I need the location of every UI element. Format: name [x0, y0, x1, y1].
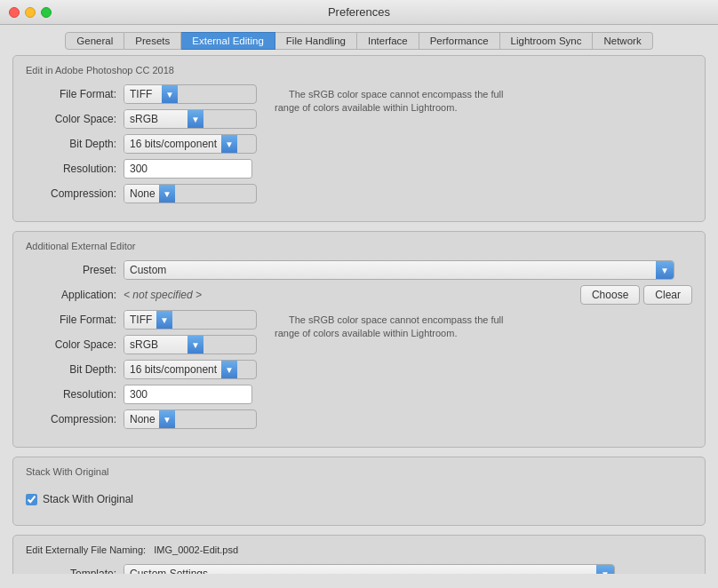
ps-color-space-arrow-icon: ▼: [187, 110, 203, 128]
maximize-button[interactable]: [41, 7, 52, 18]
ext-color-space-arrow-icon: ▼: [187, 336, 203, 354]
ps-bit-depth-arrow-icon: ▼: [221, 135, 237, 153]
ps-resolution-row: Resolution: 300: [26, 159, 257, 179]
ext-bit-depth-select[interactable]: 16 bits/component 8 bits/component: [124, 361, 221, 378]
tab-interface[interactable]: Interface: [357, 32, 419, 50]
file-naming-title-text: Edit Externally File Naming:: [26, 544, 146, 555]
ps-bit-depth-select[interactable]: 16 bits/component 8 bits/component: [124, 135, 221, 153]
content-area: Edit in Adobe Photoshop CC 2018 File For…: [0, 55, 718, 574]
stack-section-title: Stack With Original: [26, 466, 692, 477]
tab-file-handling[interactable]: File Handling: [275, 32, 357, 50]
ext-bit-depth-row: Bit Depth: 16 bits/component 8 bits/comp…: [26, 360, 257, 379]
choose-button[interactable]: Choose: [580, 285, 640, 305]
ps-compression-select-wrapper[interactable]: None LZW ZIP ▼: [124, 184, 257, 203]
ext-bit-depth-label: Bit Depth:: [26, 363, 124, 376]
ext-compression-label: Compression:: [26, 413, 124, 425]
ps-resolution-input[interactable]: 300: [124, 159, 252, 179]
ext-compression-select-wrapper[interactable]: None LZW ZIP ▼: [124, 409, 257, 429]
ps-resolution-label: Resolution:: [26, 163, 124, 175]
ext-bit-depth-select-wrapper[interactable]: 16 bits/component 8 bits/component ▼: [124, 360, 257, 379]
ps-color-space-select[interactable]: sRGB AdobeRGB: [124, 110, 187, 128]
ps-file-format-select-wrapper[interactable]: TIFF PSD JPEG ▼: [124, 84, 257, 104]
ext-color-space-label: Color Space:: [26, 338, 124, 351]
ext-compression-row: Compression: None LZW ZIP ▼: [26, 409, 257, 429]
clear-button[interactable]: Clear: [643, 285, 692, 305]
ext-resolution-input[interactable]: 300: [124, 385, 252, 404]
ext-file-format-select[interactable]: TIFF PSD: [124, 311, 156, 329]
title-bar: Preferences: [0, 0, 718, 25]
template-select[interactable]: Custom Settings: [124, 565, 596, 574]
minimize-button[interactable]: [25, 7, 36, 18]
ps-bit-depth-select-wrapper[interactable]: 16 bits/component 8 bits/component ▼: [124, 134, 257, 154]
external-editor-section: Additional External Editor Preset: Custo…: [12, 231, 706, 448]
ps-bit-depth-label: Bit Depth:: [26, 138, 124, 150]
external-editor-section-title: Additional External Editor: [26, 241, 692, 251]
ps-file-format-label: File Format:: [26, 88, 124, 100]
ext-file-format-row: File Format: TIFF PSD ▼: [26, 310, 257, 330]
template-arrow-icon: ▼: [596, 565, 614, 574]
ext-application-row: Application: < not specified > Choose Cl…: [26, 285, 692, 305]
ext-resolution-row: Resolution: 300: [26, 385, 257, 404]
file-naming-section: Edit Externally File Naming: IMG_0002-Ed…: [12, 535, 706, 574]
file-naming-title: Edit Externally File Naming: IMG_0002-Ed…: [26, 544, 692, 555]
ps-color-space-label: Color Space:: [26, 113, 124, 125]
template-label: Template:: [26, 568, 124, 574]
window-title: Preferences: [328, 5, 390, 19]
ext-color-space-select[interactable]: sRGB AdobeRGB: [124, 336, 187, 354]
ps-color-space-row: Color Space: sRGB AdobeRGB ▼: [26, 109, 257, 129]
photoshop-section: Edit in Adobe Photoshop CC 2018 File For…: [12, 55, 706, 222]
photoshop-section-title: Edit in Adobe Photoshop CC 2018: [26, 65, 692, 75]
ext-resolution-label: Resolution:: [26, 388, 124, 401]
ext-note-text: The sRGB color space cannot encompass th…: [275, 314, 504, 338]
template-row: Template: Custom Settings ▼: [26, 564, 692, 574]
ext-preset-select[interactable]: Custom: [124, 261, 656, 279]
ext-color-space-select-wrapper[interactable]: sRGB AdobeRGB ▼: [124, 335, 257, 354]
ext-bit-depth-arrow-icon: ▼: [221, 361, 237, 378]
ext-preset-label: Preset:: [26, 264, 124, 276]
tab-external-editing[interactable]: External Editing: [181, 32, 275, 50]
ext-preset-select-wrapper[interactable]: Custom ▼: [124, 260, 674, 280]
ext-compression-select[interactable]: None LZW ZIP: [124, 410, 159, 428]
ext-color-space-row: Color Space: sRGB AdobeRGB ▼: [26, 335, 257, 354]
stack-section: Stack With Original Stack With Original: [12, 457, 706, 526]
ext-application-label: Application:: [26, 289, 124, 301]
window-controls[interactable]: [9, 7, 52, 18]
file-naming-filename: IMG_0002-Edit.psd: [154, 544, 238, 555]
ps-compression-row: Compression: None LZW ZIP ▼: [26, 184, 257, 203]
ps-compression-arrow-icon: ▼: [159, 185, 175, 203]
stack-checkbox[interactable]: [26, 494, 37, 505]
ps-compression-label: Compression:: [26, 187, 124, 200]
tab-presets[interactable]: Presets: [124, 32, 181, 50]
tab-performance[interactable]: Performance: [419, 32, 500, 50]
ps-file-format-arrow-icon: ▼: [162, 85, 178, 103]
main-container: General Presets External Editing File Ha…: [0, 25, 718, 588]
ps-file-format-row: File Format: TIFF PSD JPEG ▼: [26, 84, 257, 104]
ext-preset-row: Preset: Custom ▼: [26, 260, 692, 280]
ps-bit-depth-row: Bit Depth: 16 bits/component 8 bits/comp…: [26, 134, 257, 154]
ps-file-format-select[interactable]: TIFF PSD JPEG: [124, 85, 162, 103]
tab-general[interactable]: General: [65, 32, 124, 50]
template-select-wrapper[interactable]: Custom Settings ▼: [124, 564, 615, 574]
ext-file-format-select-wrapper[interactable]: TIFF PSD ▼: [124, 310, 257, 330]
ext-application-value: < not specified >: [124, 289, 580, 301]
ext-file-format-label: File Format:: [26, 314, 124, 326]
tab-lightroom-sync[interactable]: Lightroom Sync: [500, 32, 594, 50]
ext-compression-arrow-icon: ▼: [159, 410, 175, 428]
ps-color-space-select-wrapper[interactable]: sRGB AdobeRGB ▼: [124, 109, 257, 129]
ps-compression-select[interactable]: None LZW ZIP: [124, 185, 159, 203]
stack-checkbox-label[interactable]: Stack With Original: [43, 493, 133, 505]
tab-network[interactable]: Network: [593, 32, 652, 50]
stack-checkbox-row: Stack With Original: [26, 486, 692, 513]
ps-note-text: The sRGB color space cannot encompass th…: [275, 89, 504, 113]
ext-preset-arrow-icon: ▼: [656, 261, 674, 279]
ext-file-format-arrow-icon: ▼: [156, 311, 172, 329]
tab-bar: General Presets External Editing File Ha…: [0, 25, 718, 55]
close-button[interactable]: [9, 7, 20, 18]
